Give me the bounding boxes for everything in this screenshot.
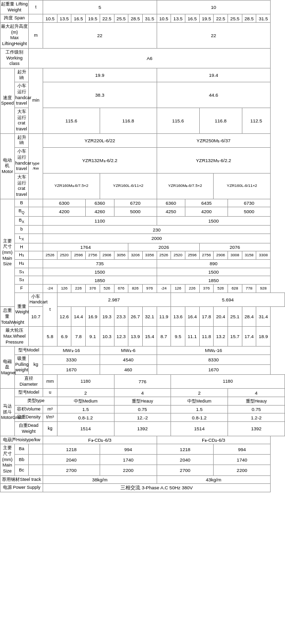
tw-1: 10.7 bbox=[29, 307, 43, 327]
val-yzr220l: YZR220L-6/22 bbox=[43, 133, 157, 147]
val-1850-s2-2: 1850 bbox=[157, 276, 271, 285]
val-grab-model-2-1: 2 bbox=[57, 389, 114, 397]
unit-H bbox=[29, 243, 43, 251]
tw-12: 17.8 bbox=[199, 307, 214, 327]
tw-14: 25.1 bbox=[228, 307, 242, 327]
magnet-pulling-label: 吸重Pullingweight bbox=[14, 354, 29, 374]
val-112.5: 112.5 bbox=[242, 108, 270, 134]
unit-t1: t bbox=[29, 0, 43, 14]
val-yzr132m-1: YZR132M₁-6/2.2 bbox=[43, 148, 157, 174]
val-43kgm: 43kg/m bbox=[157, 475, 271, 484]
row-F: F -24 126 226 376 526 676 826 976 -24 12… bbox=[0, 285, 285, 293]
row-max-lift: 最大起升高度(m)Max LiftingHeight m 22 22 bbox=[0, 23, 285, 49]
span-6: 25.5 bbox=[114, 14, 128, 23]
max-lift-label: 最大起升高度(m)Max LiftingHeight bbox=[0, 23, 29, 49]
f-2: 126 bbox=[57, 285, 71, 293]
mw-3: 7.8 bbox=[71, 327, 86, 347]
val-38.3: 38.3 bbox=[43, 82, 157, 108]
val-1392-2: 1392 bbox=[228, 422, 285, 436]
val-bc-2200-2: 2200 bbox=[214, 465, 271, 475]
val-1500-s1-1: 1500 bbox=[43, 268, 157, 276]
f-16: 928 bbox=[256, 285, 271, 293]
row-magnet-model: 电磁盘Magnet 型号Model MW₁-16 MW₁-6 MW₁-16 bbox=[0, 347, 285, 355]
LX-label: LX bbox=[14, 234, 29, 243]
val-1850-s2-1: 1850 bbox=[43, 276, 157, 285]
power-supply-label: 电源 Power Supply bbox=[0, 484, 43, 492]
val-19.4: 19.4 bbox=[157, 68, 271, 82]
mw-5: 10.3 bbox=[100, 327, 114, 347]
val-38kgm: 38kg/m bbox=[43, 475, 157, 484]
magnet-model-label: 型号Model bbox=[14, 347, 43, 355]
grab-density-label: 容重Density bbox=[14, 413, 43, 422]
tw-5: 19.3 bbox=[100, 307, 114, 327]
unit-mm: mm bbox=[43, 375, 57, 389]
unit-weight-t: t bbox=[43, 293, 57, 326]
val-5t: 5 bbox=[43, 0, 157, 14]
val-yzr160m2-2: YZR160M₂-6/7.5×2 bbox=[157, 173, 214, 199]
motor-section-label: 电动机Motor bbox=[0, 133, 15, 199]
val-735: 735 bbox=[43, 260, 157, 268]
tw-4: 16.9 bbox=[86, 307, 100, 327]
h1-1: 2526 bbox=[43, 251, 57, 260]
val-a6: A6 bbox=[29, 48, 271, 68]
row-grab-model: 马达抓斗MotorGrab 型号Model u 2 4 2 4 bbox=[0, 389, 285, 397]
tw-7: 26.7 bbox=[128, 307, 143, 327]
val-bb-2040-1: 2040 bbox=[43, 455, 100, 465]
row-weight-handcart: 重量Weight 小车Handcart t 2.987 5.694 bbox=[0, 293, 285, 306]
unit-F bbox=[29, 285, 43, 293]
val-6360-1: 6360 bbox=[86, 199, 114, 207]
val-hoist-2: F₃-CD₂-6/3 bbox=[157, 436, 271, 444]
h1-10: 2520 bbox=[171, 251, 185, 260]
magnet-diameter-label: 直径Diameter bbox=[14, 375, 43, 389]
weight-total-label: 总重量TotalWeight bbox=[0, 307, 15, 327]
val-1180-1: 1180 bbox=[57, 375, 114, 389]
span-4: 19.5 bbox=[86, 14, 100, 23]
row-speed-lift: 速度Speed 起升lift min 19.9 19.4 bbox=[0, 68, 285, 82]
unit-BX bbox=[29, 216, 43, 226]
val-mw1-6: MW₁-6 bbox=[100, 347, 157, 355]
row-b: b 230 bbox=[0, 226, 285, 234]
b-label: b bbox=[14, 226, 29, 234]
span-9: 10.5 bbox=[157, 14, 171, 23]
mw-7: 13.9 bbox=[128, 327, 143, 347]
span-label: 跨度 Span bbox=[0, 14, 29, 23]
unit-S1 bbox=[29, 268, 43, 276]
unit-H1 bbox=[29, 251, 43, 260]
h1-13: 2906 bbox=[214, 251, 228, 260]
f-11: 226 bbox=[185, 285, 199, 293]
mw-15: 17.4 bbox=[242, 327, 256, 347]
unit-span bbox=[29, 14, 43, 23]
span-11: 16.5 bbox=[185, 14, 199, 23]
main-size-section-label: 主要尺寸(mm)Main Size bbox=[0, 199, 15, 307]
grab-model-label: 型号Model bbox=[14, 389, 43, 397]
tw-10: 13.6 bbox=[171, 307, 185, 327]
f-6: 676 bbox=[114, 285, 128, 293]
val-4200-1: 4200 bbox=[43, 207, 86, 217]
h1-14: 3008 bbox=[228, 251, 242, 260]
steel-track-label: 荐用钢材Steel track bbox=[0, 475, 43, 484]
f-5: 526 bbox=[100, 285, 114, 293]
mw-13: 13.2 bbox=[214, 327, 228, 347]
val-230: 230 bbox=[43, 226, 271, 234]
unit-Ba bbox=[29, 444, 43, 455]
val-2000: 2000 bbox=[43, 234, 271, 243]
val-ba-994-1: 994 bbox=[100, 444, 157, 455]
motor-crat-label: 大车运行crat travel bbox=[14, 173, 29, 199]
val-1392-1: 1392 bbox=[114, 422, 171, 436]
val-22-2: 22 bbox=[157, 23, 271, 49]
val-8330: 8330 bbox=[157, 354, 271, 364]
Bc-label: Bc bbox=[14, 465, 29, 475]
val-power: 三相交流 3-Phase A.C 50Hz 380V bbox=[43, 484, 271, 492]
val-1670-2: 1670 bbox=[157, 364, 271, 374]
mw-10: 9.5 bbox=[171, 327, 185, 347]
magnet-section-label: 电磁盘Magnet bbox=[0, 347, 15, 389]
mw-4: 9.1 bbox=[86, 327, 100, 347]
h1-5: 2906 bbox=[100, 251, 114, 260]
tw-2: 12.6 bbox=[57, 307, 71, 327]
row-magnet-pulling: 吸重Pullingweight kg 3330 4540 8330 bbox=[0, 354, 285, 364]
h1-12: 2756 bbox=[199, 251, 214, 260]
span-13: 22.5 bbox=[214, 14, 228, 23]
row-max-wheel: 最大轮压 Max.WheelPressure 5.8 6.9 7.8 9.1 1… bbox=[0, 327, 285, 347]
span-15: 28.5 bbox=[242, 14, 256, 23]
unit-BQ bbox=[29, 207, 43, 217]
